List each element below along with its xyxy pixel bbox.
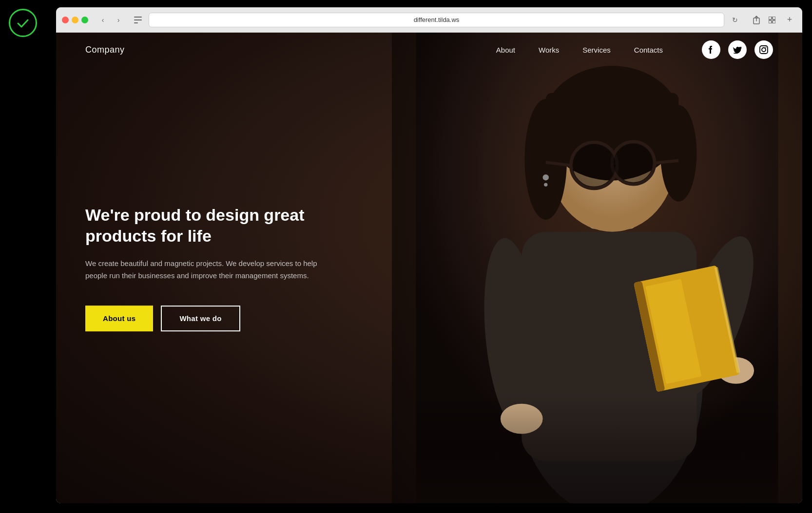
back-button[interactable]: ‹ bbox=[96, 13, 110, 27]
instagram-icon[interactable] bbox=[754, 40, 773, 59]
address-bar[interactable]: different.tilda.ws bbox=[149, 13, 724, 27]
toolbar-right-icons bbox=[750, 13, 779, 27]
svg-point-21 bbox=[613, 143, 653, 183]
svg-point-36 bbox=[762, 48, 766, 52]
traffic-light-close[interactable] bbox=[62, 17, 69, 23]
svg-point-24 bbox=[543, 174, 549, 180]
website-content: Company About Works Services Contacts bbox=[56, 33, 802, 503]
grid-icon bbox=[769, 17, 775, 23]
traffic-light-minimize[interactable] bbox=[72, 17, 78, 23]
about-us-button[interactable]: About us bbox=[85, 305, 153, 331]
check-icon bbox=[15, 15, 31, 31]
svg-rect-16 bbox=[546, 93, 678, 141]
twitter-icon[interactable] bbox=[728, 40, 747, 59]
svg-point-20 bbox=[572, 144, 616, 187]
hero-content: We're proud to design great products for… bbox=[85, 205, 358, 331]
new-tab-button[interactable] bbox=[765, 13, 779, 27]
svg-rect-34 bbox=[416, 395, 778, 503]
hero-buttons: About us What we do bbox=[85, 305, 358, 331]
share-icon bbox=[753, 16, 760, 24]
nav-link-contacts[interactable]: Contacts bbox=[634, 46, 663, 54]
what-we-do-button[interactable]: What we do bbox=[161, 305, 240, 331]
reload-button[interactable]: ↻ bbox=[728, 13, 742, 27]
traffic-light-maximize[interactable] bbox=[81, 17, 88, 23]
browser-nav-buttons: ‹ › bbox=[96, 13, 125, 27]
browser-window: ‹ › different.tilda.ws ↻ bbox=[56, 7, 802, 503]
svg-rect-4 bbox=[769, 17, 772, 19]
hero-subtitle: We create beautiful and magnetic project… bbox=[85, 258, 324, 282]
svg-rect-2 bbox=[134, 22, 138, 23]
svg-rect-7 bbox=[773, 20, 775, 23]
svg-rect-0 bbox=[134, 17, 142, 18]
svg-rect-1 bbox=[134, 19, 142, 20]
svg-rect-6 bbox=[769, 20, 772, 23]
sidebar-icon bbox=[134, 17, 142, 23]
share-button[interactable] bbox=[750, 13, 763, 27]
facebook-icon[interactable] bbox=[702, 40, 720, 59]
site-logo: Company bbox=[85, 45, 125, 55]
nav-links: About Works Services Contacts bbox=[496, 46, 663, 54]
svg-rect-5 bbox=[773, 17, 775, 19]
svg-point-37 bbox=[766, 47, 767, 48]
social-icons bbox=[702, 40, 773, 59]
browser-toolbar: ‹ › different.tilda.ws ↻ bbox=[56, 7, 802, 33]
nav-link-about[interactable]: About bbox=[496, 46, 515, 54]
svg-point-25 bbox=[544, 183, 547, 186]
hero-image bbox=[392, 33, 802, 503]
add-tab-button[interactable]: + bbox=[783, 13, 796, 27]
mac-check-badge bbox=[9, 9, 37, 37]
site-navigation: Company About Works Services Contacts bbox=[56, 33, 802, 67]
nav-link-works[interactable]: Works bbox=[539, 46, 559, 54]
sidebar-toggle-button[interactable] bbox=[131, 13, 145, 27]
hero-title: We're proud to design great products for… bbox=[85, 205, 358, 246]
person-svg bbox=[392, 33, 802, 503]
svg-rect-35 bbox=[760, 46, 768, 54]
traffic-lights bbox=[62, 17, 88, 23]
url-text: different.tilda.ws bbox=[414, 16, 460, 23]
forward-button[interactable]: › bbox=[112, 13, 125, 27]
nav-link-services[interactable]: Services bbox=[582, 46, 611, 54]
